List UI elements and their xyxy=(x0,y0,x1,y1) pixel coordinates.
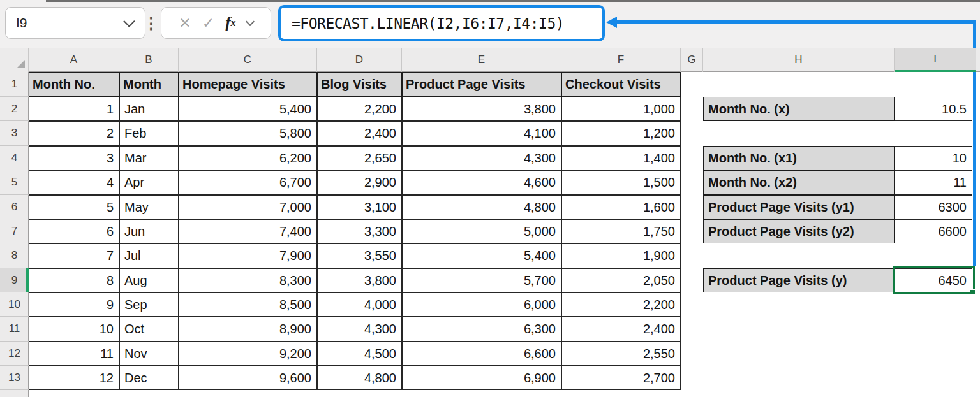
cell-E4[interactable]: 4,300 xyxy=(402,146,561,170)
cell-D13[interactable]: 4,800 xyxy=(317,366,402,390)
enter-icon[interactable]: ✓ xyxy=(202,8,214,38)
cell-F13[interactable]: 2,700 xyxy=(561,366,681,390)
cell-F4[interactable]: 1,400 xyxy=(561,146,681,170)
row-header-2[interactable]: 2 xyxy=(0,97,29,121)
panel-label-H5[interactable]: Month No. (x2) xyxy=(703,170,895,195)
column-header-E[interactable]: E xyxy=(402,48,561,72)
cell-E12[interactable]: 6,600 xyxy=(402,342,561,366)
cell-F8[interactable]: 1,900 xyxy=(561,243,681,268)
cell-F6[interactable]: 1,600 xyxy=(561,195,681,219)
cell-A6[interactable]: 5 xyxy=(29,195,119,219)
cell-C13[interactable]: 9,600 xyxy=(179,366,317,390)
cancel-icon[interactable]: ✕ xyxy=(179,8,191,38)
cell-F9[interactable]: 2,050 xyxy=(561,268,681,292)
row-header-13[interactable]: 13 xyxy=(0,366,29,390)
cell-D11[interactable]: 4,300 xyxy=(317,317,402,342)
column-header-C[interactable]: C xyxy=(179,48,317,72)
row-header-6[interactable]: 6 xyxy=(0,195,29,219)
cell-C7[interactable]: 7,400 xyxy=(179,219,317,243)
cell-A2[interactable]: 1 xyxy=(29,97,119,121)
row-header-4[interactable]: 4 xyxy=(0,146,29,170)
row-header-1[interactable]: 1 xyxy=(0,72,29,97)
column-header-D[interactable]: D xyxy=(317,48,402,72)
cell-C6[interactable]: 7,000 xyxy=(179,195,317,219)
panel-label-H4[interactable]: Month No. (x1) xyxy=(703,146,895,170)
cell-C8[interactable]: 7,900 xyxy=(179,243,317,268)
cell-B4[interactable]: Mar xyxy=(119,146,179,170)
cell-B5[interactable]: Apr xyxy=(119,170,179,195)
cell-D3[interactable]: 2,400 xyxy=(317,121,402,146)
cell-C5[interactable]: 6,700 xyxy=(179,170,317,195)
cell-A4[interactable]: 3 xyxy=(29,146,119,170)
chevron-down-icon[interactable] xyxy=(123,15,135,27)
cell-C3[interactable]: 5,800 xyxy=(179,121,317,146)
cell-B8[interactable]: Jul xyxy=(119,243,179,268)
cell-E2[interactable]: 3,800 xyxy=(402,97,561,121)
insert-function-icon[interactable]: fx xyxy=(225,8,235,38)
cell-C9[interactable]: 8,300 xyxy=(179,268,317,292)
cell-E11[interactable]: 6,300 xyxy=(402,317,561,342)
cell-F3[interactable]: 1,200 xyxy=(561,121,681,146)
cell-B13[interactable]: Dec xyxy=(119,366,179,390)
cell-D10[interactable]: 4,000 xyxy=(317,292,402,317)
cell-F7[interactable]: 1,750 xyxy=(561,219,681,243)
row-header-9[interactable]: 9 xyxy=(0,268,29,292)
cell-C1[interactable]: Homepage Visits xyxy=(179,72,317,97)
panel-value-I5[interactable]: 11 xyxy=(895,170,972,195)
cell-F10[interactable]: 2,200 xyxy=(561,292,681,317)
panel-value-I4[interactable]: 10 xyxy=(895,146,972,170)
cell-D4[interactable]: 2,650 xyxy=(317,146,402,170)
cell-B1[interactable]: Month xyxy=(119,72,179,97)
cell-E1[interactable]: Product Page Visits xyxy=(402,72,561,97)
cell-B9[interactable]: Aug xyxy=(119,268,179,292)
formula-bar-input[interactable]: =FORECAST.LINEAR(I2,I6:I7,I4:I5) xyxy=(278,5,605,41)
cell-C10[interactable]: 8,500 xyxy=(179,292,317,317)
cell-E13[interactable]: 6,900 xyxy=(402,366,561,390)
row-header-10[interactable]: 10 xyxy=(0,292,29,317)
panel-value-I9[interactable]: 6450 xyxy=(895,268,972,292)
panel-label-H6[interactable]: Product Page Visits (y1) xyxy=(703,195,895,219)
cell-D6[interactable]: 3,100 xyxy=(317,195,402,219)
cell-E10[interactable]: 6,000 xyxy=(402,292,561,317)
row-header-5[interactable]: 5 xyxy=(0,170,29,195)
formula-bar-expand-icon[interactable] xyxy=(246,17,255,25)
cell-F1[interactable]: Checkout Visits xyxy=(561,72,681,97)
cell-F12[interactable]: 2,550 xyxy=(561,342,681,366)
cell-A10[interactable]: 9 xyxy=(29,292,119,317)
cell-F5[interactable]: 1,500 xyxy=(561,170,681,195)
row-header-8[interactable]: 8 xyxy=(0,243,29,268)
panel-label-H2[interactable]: Month No. (x) xyxy=(703,97,895,121)
cell-D9[interactable]: 3,800 xyxy=(317,268,402,292)
cell-A11[interactable]: 10 xyxy=(29,317,119,342)
cell-B7[interactable]: Jun xyxy=(119,219,179,243)
cell-D5[interactable]: 2,900 xyxy=(317,170,402,195)
panel-label-H7[interactable]: Product Page Visits (y2) xyxy=(703,219,895,243)
panel-value-I2[interactable]: 10.5 xyxy=(895,97,972,121)
cell-A9[interactable]: 8 xyxy=(29,268,119,292)
cell-B6[interactable]: May xyxy=(119,195,179,219)
cell-B11[interactable]: Oct xyxy=(119,317,179,342)
column-header-A[interactable]: A xyxy=(29,48,119,72)
cell-D8[interactable]: 3,550 xyxy=(317,243,402,268)
column-header-H[interactable]: H xyxy=(703,48,895,72)
panel-label-H9[interactable]: Product Page Visits (y) xyxy=(703,268,895,292)
column-header-G[interactable]: G xyxy=(681,48,703,72)
cell-E3[interactable]: 4,100 xyxy=(402,121,561,146)
cell-E9[interactable]: 5,700 xyxy=(402,268,561,292)
cell-A7[interactable]: 6 xyxy=(29,219,119,243)
cell-F11[interactable]: 2,400 xyxy=(561,317,681,342)
cell-B12[interactable]: Nov xyxy=(119,342,179,366)
cell-E8[interactable]: 5,400 xyxy=(402,243,561,268)
cell-A8[interactable]: 7 xyxy=(29,243,119,268)
cell-A12[interactable]: 11 xyxy=(29,342,119,366)
row-header-3[interactable]: 3 xyxy=(0,121,29,146)
cell-A3[interactable]: 2 xyxy=(29,121,119,146)
row-header-11[interactable]: 11 xyxy=(0,317,29,342)
row-header-7[interactable]: 7 xyxy=(0,219,29,243)
row-header-12[interactable]: 12 xyxy=(0,342,29,366)
cell-C12[interactable]: 9,200 xyxy=(179,342,317,366)
name-box[interactable]: I9 xyxy=(5,7,145,39)
column-header-B[interactable]: B xyxy=(119,48,179,72)
cell-A5[interactable]: 4 xyxy=(29,170,119,195)
cell-F2[interactable]: 1,000 xyxy=(561,97,681,121)
